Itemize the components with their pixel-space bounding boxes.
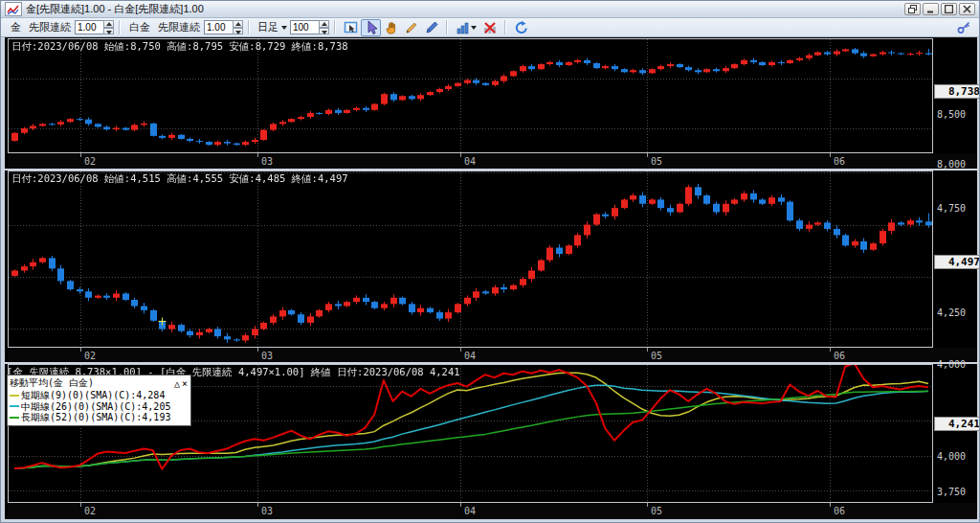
gold-ohlc-header: 日付:2023/06/08 始値:8,750 高値:8,795 安値:8,729… xyxy=(11,40,348,54)
symbol2-label: 白金 xyxy=(129,20,150,34)
symbol1-multiplier-stepper xyxy=(75,20,114,34)
symbol1-series-label: 先限連続 xyxy=(29,20,71,34)
minimize-icon xyxy=(926,5,935,13)
pen-icon xyxy=(424,20,439,35)
pen-tool-button[interactable] xyxy=(421,19,441,36)
hand-icon xyxy=(384,20,399,35)
symbol1-multiplier-input[interactable] xyxy=(75,20,103,34)
platinum-candlestick-canvas[interactable] xyxy=(9,171,932,347)
pointer-icon xyxy=(364,20,379,35)
last-price-badge: 4,497 xyxy=(934,255,980,269)
symbol2-series-label: 先限連続 xyxy=(158,20,200,34)
month-tick xyxy=(257,503,258,507)
period-count-input[interactable] xyxy=(290,20,319,34)
axis-label: 4,000 xyxy=(937,359,966,370)
month-tick xyxy=(647,503,648,507)
period-dropdown[interactable]: 日足 xyxy=(255,19,290,35)
month-tick xyxy=(80,153,81,157)
toolbar-separator xyxy=(248,20,250,34)
legend-row: 長期線(52)(0)(SMA)(C):4,193 xyxy=(10,412,188,423)
spread-x-axis: 0203040506 xyxy=(8,503,977,518)
month-tick xyxy=(830,348,831,352)
axis-label: 3,750 xyxy=(937,487,966,497)
symbol2-multiplier-down-button[interactable] xyxy=(233,28,243,35)
legend-row-label: 短期線(9)(0)(SMA)(C):4,284 xyxy=(21,390,165,401)
platinum-chart-panel xyxy=(8,171,933,348)
close-button[interactable] xyxy=(959,3,975,15)
symbol2-multiplier-up-button[interactable] xyxy=(233,20,243,28)
gold-candlestick-canvas[interactable] xyxy=(9,39,932,152)
period-count-up-button[interactable] xyxy=(319,20,329,28)
app-window: 金[先限連続]1.00 - 白金[先限連続]1.00 金 先限連続 白金 先限連… xyxy=(0,0,980,523)
month-label: 04 xyxy=(464,506,476,516)
gold-x-axis: 0203040506 xyxy=(8,153,977,169)
restore-window-button[interactable] xyxy=(904,3,921,15)
symbol2-multiplier-stepper xyxy=(204,20,243,34)
month-tick xyxy=(460,503,461,507)
axis-label: 4,750 xyxy=(937,203,966,214)
titlebar: 金[先限連続]1.00 - 白金[先限連続]1.00 xyxy=(1,1,979,18)
maximize-icon xyxy=(945,5,953,13)
maximize-button[interactable] xyxy=(941,3,957,15)
axis-label: 4,000 xyxy=(937,451,966,462)
toolbar-separator xyxy=(334,20,336,34)
symbol1-label: 金 xyxy=(11,20,21,34)
month-label: 02 xyxy=(84,351,96,361)
axis-label: 8,000 xyxy=(937,159,966,170)
close-icon xyxy=(963,5,971,13)
wrench-icon xyxy=(956,20,971,35)
chart-type-button[interactable] xyxy=(453,19,479,36)
restore-icon xyxy=(908,5,917,13)
window-controls xyxy=(904,3,975,15)
legend-line-swatch xyxy=(10,405,19,407)
toolbar-separator xyxy=(504,20,506,34)
month-label: 05 xyxy=(651,156,662,167)
toolbar-separator xyxy=(119,20,121,34)
app-icon xyxy=(5,2,22,16)
refresh-icon xyxy=(514,20,529,35)
platinum-ohlc-header: 日付:2023/06/08 始値:4,515 高値:4,555 安値:4,485… xyxy=(11,172,348,186)
legend-row: 中期線(26)(0)(SMA)(C):4,205 xyxy=(10,401,188,413)
pencil-icon xyxy=(404,20,419,35)
month-label: 06 xyxy=(834,351,845,361)
month-tick xyxy=(647,348,648,352)
minimize-button[interactable] xyxy=(923,3,939,15)
select-range-button[interactable] xyxy=(341,19,361,36)
last-price-badge: 8,738 xyxy=(934,84,980,99)
month-label: 05 xyxy=(651,506,662,516)
gold-chart-panel xyxy=(8,38,933,153)
chevron-down-icon xyxy=(281,26,287,30)
refresh-button[interactable] xyxy=(511,19,531,36)
month-label: 02 xyxy=(84,506,96,516)
month-label: 04 xyxy=(464,156,476,167)
last-price-badge: 4,241 xyxy=(934,417,980,431)
period-count-down-button[interactable] xyxy=(319,28,329,35)
legend-line-swatch xyxy=(10,395,19,397)
month-label: 05 xyxy=(651,351,662,361)
month-tick xyxy=(460,348,461,352)
toolbar: 金 先限連続 白金 先限連続 日足 xyxy=(1,18,979,37)
axis-label: 8,500 xyxy=(937,109,966,120)
settings-button[interactable] xyxy=(953,19,973,36)
pencil-tool-button[interactable] xyxy=(401,19,421,36)
chevron-down-icon xyxy=(471,26,477,30)
select-range-icon xyxy=(344,20,359,35)
pan-tool-button[interactable] xyxy=(381,19,401,36)
month-label: 03 xyxy=(261,156,273,167)
month-label: 04 xyxy=(464,351,476,361)
month-tick xyxy=(647,153,648,157)
clear-indicators-button[interactable] xyxy=(479,19,500,36)
symbol2-multiplier-input[interactable] xyxy=(204,20,233,34)
close-legend-icon[interactable]: × xyxy=(182,378,188,389)
month-tick xyxy=(80,348,81,352)
month-tick xyxy=(257,153,258,157)
month-tick xyxy=(80,503,81,507)
collapse-legend-icon[interactable]: △ xyxy=(174,378,180,389)
pointer-tool-button[interactable] xyxy=(361,19,381,36)
month-tick xyxy=(830,503,831,507)
legend-title: 移動平均(金 白金) xyxy=(10,376,94,390)
symbol1-multiplier-down-button[interactable] xyxy=(103,28,114,35)
period-count-stepper xyxy=(290,20,329,34)
symbol1-multiplier-up-button[interactable] xyxy=(103,20,114,28)
month-label: 02 xyxy=(84,156,96,167)
